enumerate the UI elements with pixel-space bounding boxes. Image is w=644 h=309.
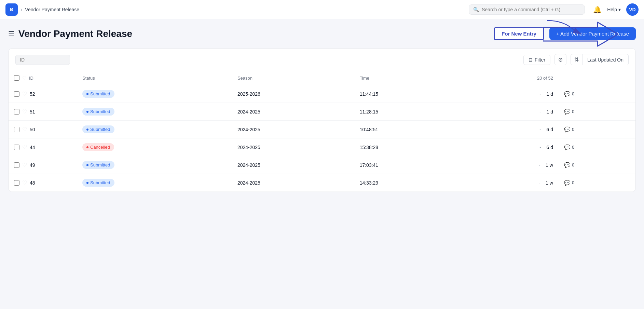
row-checkbox-49[interactable] (14, 162, 19, 168)
row-checkbox-50[interactable] (14, 127, 19, 132)
row-checkbox-48[interactable] (14, 180, 19, 186)
col-id-header: ♡ ID (9, 71, 77, 85)
filter-bar: ⊟ Filter ⊘ ⇅ Last Updated On (9, 49, 635, 71)
clear-filter-icon: ⊘ (558, 57, 563, 63)
comment-count: 0 (572, 91, 574, 96)
favorite-icon-49[interactable]: ♡ (22, 162, 27, 168)
page-header-right: For New Entry + Add Vendor (494, 27, 636, 40)
status-dot-icon (86, 111, 88, 113)
page-header: ☰ Vendor Payment Release For New Entry (8, 27, 636, 40)
status-badge: Submitted (82, 125, 114, 133)
table-row[interactable]: ♡ 44 Cancelled 2024-2025 15:38:28 - 6 d … (9, 138, 635, 156)
status-label: Submitted (90, 91, 110, 96)
sort-button[interactable]: ⇅ (571, 54, 583, 65)
cell-time-44: 15:38:28 (354, 138, 461, 156)
status-dot-icon (86, 182, 88, 184)
favorite-icon-52[interactable]: ♡ (22, 91, 27, 97)
dash-separator: - (539, 91, 541, 97)
dash-separator: - (539, 145, 541, 150)
cell-id-51: ♡ 51 (9, 103, 77, 121)
status-label: Submitted (90, 109, 110, 114)
status-label: Submitted (90, 127, 110, 132)
comment-icon[interactable]: 💬 (564, 109, 571, 115)
comment-icon[interactable]: 💬 (564, 91, 571, 97)
comment-icon[interactable]: 💬 (564, 126, 571, 133)
search-icon: 🔍 (473, 7, 479, 12)
cell-season-44: 2024-2025 (232, 138, 354, 156)
page-title: Vendor Payment Release (18, 28, 132, 39)
age-value: 1 d (547, 109, 553, 115)
clear-filter-button[interactable]: ⊘ (554, 54, 566, 65)
topnav-right-actions: 🔔 Help ▾ VD (593, 3, 639, 16)
cell-age-51: - 1 d (461, 103, 559, 121)
table-row[interactable]: ♡ 48 Submitted 2024-2025 14:33:29 - 1 w … (9, 174, 635, 192)
cell-age-50: - 6 d (461, 121, 559, 138)
row-id-value: 48 (30, 180, 35, 186)
row-id-value: 44 (30, 145, 35, 150)
table-row[interactable]: ♡ 51 Submitted 2024-2025 11:28:15 - 1 d … (9, 103, 635, 121)
table-row[interactable]: ♡ 50 Submitted 2024-2025 10:48:51 - 6 d … (9, 121, 635, 138)
cell-season-50: 2024-2025 (232, 121, 354, 138)
cell-season-49: 2024-2025 (232, 156, 354, 174)
filter-icon: ⊟ (529, 57, 533, 63)
col-actions-header (559, 71, 635, 85)
cell-time-49: 17:03:41 (354, 156, 461, 174)
sort-last-updated-group: ⇅ Last Updated On (571, 54, 629, 65)
table-row[interactable]: ♡ 49 Submitted 2024-2025 17:03:41 - 1 w … (9, 156, 635, 174)
app-logo[interactable]: B (5, 3, 18, 16)
cell-season-48: 2024-2025 (232, 174, 354, 192)
cell-age-52: - 1 d (461, 85, 559, 103)
table-header-row: ♡ ID Status Season Time 20 of 52 (9, 71, 635, 85)
table-row[interactable]: ♡ 52 Submitted 2025-2026 11:44:15 - 1 d … (9, 85, 635, 103)
status-badge: Submitted (82, 179, 114, 187)
favorite-icon-48[interactable]: ♡ (22, 179, 27, 186)
row-checkbox-44[interactable] (14, 145, 19, 150)
comment-icon[interactable]: 💬 (564, 144, 571, 150)
favorite-icon-44[interactable]: ♡ (22, 144, 27, 150)
help-menu[interactable]: Help ▾ (607, 7, 621, 12)
status-badge: Cancelled (82, 143, 114, 151)
comment-icon[interactable]: 💬 (564, 162, 571, 168)
favorite-icon-51[interactable]: ♡ (22, 108, 27, 115)
notification-bell-icon[interactable]: 🔔 (593, 5, 602, 14)
age-value: 6 d (547, 127, 553, 132)
avatar[interactable]: VD (626, 3, 639, 16)
search-input[interactable] (482, 7, 580, 12)
id-search-input[interactable] (15, 55, 70, 65)
dash-separator: - (539, 180, 540, 186)
col-total-count: 20 of 52 (461, 71, 559, 85)
global-search-box[interactable]: 🔍 (469, 4, 585, 15)
cell-status-51: Submitted (77, 103, 232, 121)
cell-id-52: ♡ 52 (9, 85, 77, 103)
cell-comments-48: 💬 0 (559, 174, 635, 192)
comment-count: 0 (572, 109, 574, 114)
status-dot-icon (86, 146, 88, 148)
cell-status-52: Submitted (77, 85, 232, 103)
cell-time-50: 10:48:51 (354, 121, 461, 138)
cell-age-48: - 1 w (461, 174, 559, 192)
cell-time-51: 11:28:15 (354, 103, 461, 121)
row-checkbox-51[interactable] (14, 109, 19, 115)
row-id-value: 50 (30, 127, 35, 132)
select-all-checkbox[interactable] (14, 75, 19, 81)
col-time-header: Time (354, 71, 461, 85)
row-checkbox-52[interactable] (14, 91, 19, 97)
cell-season-51: 2024-2025 (232, 103, 354, 121)
cell-time-52: 11:44:15 (354, 85, 461, 103)
sidebar-toggle-icon[interactable]: ☰ (8, 30, 14, 38)
col-status-header: Status (77, 71, 232, 85)
filter-button[interactable]: ⊟ Filter (523, 55, 550, 65)
favorite-icon-50[interactable]: ♡ (22, 126, 27, 133)
main-content: ☰ Vendor Payment Release For New Entry (0, 19, 644, 192)
row-id-value: 49 (30, 162, 35, 168)
cell-time-48: 14:33:29 (354, 174, 461, 192)
comment-icon[interactable]: 💬 (564, 180, 571, 186)
age-value: 1 w (546, 162, 553, 168)
comment-count: 0 (572, 180, 574, 185)
row-id-value: 52 (30, 91, 35, 97)
last-updated-button[interactable]: Last Updated On (583, 54, 629, 65)
status-badge: Submitted (82, 108, 114, 116)
status-label: Submitted (90, 180, 110, 185)
cell-status-48: Submitted (77, 174, 232, 192)
new-entry-annotation: For New Entry (494, 27, 544, 40)
